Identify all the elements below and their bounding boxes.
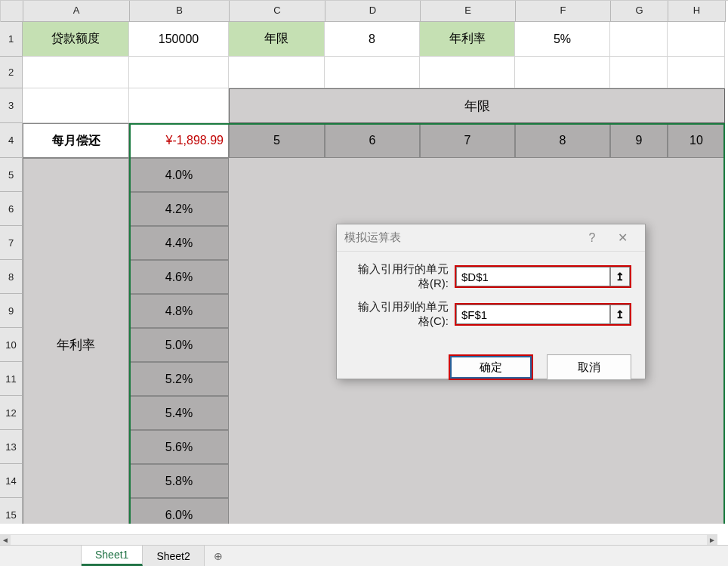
range-select-icon[interactable]: ↥	[610, 267, 630, 286]
scroll-left-icon[interactable]: ◄	[0, 535, 11, 545]
row-2: 2	[0, 57, 728, 88]
dialog-title: 模拟运算表	[344, 230, 577, 245]
cell-B15[interactable]: 6.0%	[129, 498, 229, 524]
close-icon[interactable]: ✕	[607, 227, 637, 249]
cell-B1[interactable]: 150000	[129, 22, 229, 57]
cell-F2[interactable]	[515, 57, 610, 88]
row-head-12[interactable]: 12	[0, 396, 23, 430]
ok-button[interactable]: 确定	[449, 354, 533, 380]
cell-B14[interactable]: 5.8%	[129, 464, 229, 498]
row-head-7[interactable]: 7	[0, 226, 23, 260]
cell-C3-H3-merged[interactable]: 年限	[229, 88, 725, 123]
cell-C4[interactable]: 5	[229, 123, 325, 158]
range-select-icon[interactable]: ↥	[610, 305, 630, 324]
dialog-title-bar[interactable]: 模拟运算表 ? ✕	[337, 224, 645, 252]
add-sheet-icon[interactable]: ⊕	[205, 550, 232, 562]
row-head-9[interactable]: 9	[0, 294, 23, 328]
sheet-tab-bar: Sheet1 Sheet2 ⊕	[0, 545, 728, 566]
cell-B11[interactable]: 5.2%	[129, 362, 229, 396]
row-head-10[interactable]: 10	[0, 328, 23, 362]
cell-D2[interactable]	[325, 57, 420, 88]
cell-A1[interactable]: 贷款额度	[23, 22, 129, 57]
col-input-cell-field[interactable]	[456, 305, 610, 324]
cell-C1[interactable]: 年限	[229, 22, 325, 57]
row-head-4[interactable]: 4	[0, 123, 23, 158]
col-G[interactable]: G	[611, 1, 668, 22]
cell-H2[interactable]	[668, 57, 725, 88]
column-headers: A B C D E F G H	[0, 0, 728, 22]
col-E[interactable]: E	[421, 1, 516, 22]
row-input-cell-field[interactable]	[456, 267, 610, 286]
col-B[interactable]: B	[130, 1, 230, 22]
cell-B10[interactable]: 5.0%	[129, 328, 229, 362]
cell-A2[interactable]	[23, 57, 129, 88]
cell-B7[interactable]: 4.4%	[129, 226, 229, 260]
row-head-8[interactable]: 8	[0, 260, 23, 294]
row-input-label: 输入引用行的单元格(R):	[350, 262, 455, 291]
row-head-15[interactable]: 15	[0, 498, 23, 524]
row-head-2[interactable]: 2	[0, 57, 23, 88]
col-F[interactable]: F	[516, 1, 611, 22]
row-1: 1 贷款额度 150000 年限 8 年利率 5%	[0, 22, 728, 57]
cell-B2[interactable]	[129, 57, 229, 88]
cell-G4[interactable]: 9	[610, 123, 668, 158]
cell-D4[interactable]: 6	[325, 123, 420, 158]
cell-E1[interactable]: 年利率	[420, 22, 515, 57]
cell-E4[interactable]: 7	[420, 123, 515, 158]
row-head-1[interactable]: 1	[0, 22, 23, 57]
horizontal-scrollbar[interactable]: ◄ ►	[0, 534, 717, 545]
row-head-5[interactable]: 5	[0, 158, 23, 192]
cell-G1[interactable]	[610, 22, 668, 57]
cell-F1[interactable]: 5%	[515, 22, 610, 57]
row-head-11[interactable]: 11	[0, 362, 23, 396]
row-head-14[interactable]: 14	[0, 464, 23, 498]
cell-A5-A15-merged[interactable]: 年利率	[23, 158, 129, 524]
tab-sheet1[interactable]: Sheet1	[82, 546, 143, 566]
col-D[interactable]: D	[325, 1, 421, 22]
col-input-label: 输入引用列的单元格(C):	[350, 300, 455, 329]
tab-nav-buttons[interactable]	[0, 546, 82, 566]
row-head-6[interactable]: 6	[0, 192, 23, 226]
cell-A4[interactable]: 每月偿还	[23, 123, 129, 158]
cell-H1[interactable]	[668, 22, 725, 57]
col-C[interactable]: C	[230, 1, 325, 22]
col-A[interactable]: A	[23, 1, 130, 22]
cell-C2[interactable]	[229, 57, 325, 88]
cell-A3[interactable]	[23, 88, 129, 123]
scroll-right-icon[interactable]: ►	[707, 535, 717, 545]
cell-F4[interactable]: 8	[515, 123, 610, 158]
cell-B12[interactable]: 5.4%	[129, 396, 229, 430]
tab-sheet2[interactable]: Sheet2	[143, 546, 204, 566]
cell-B3[interactable]	[129, 88, 229, 123]
cell-B8[interactable]: 4.6%	[129, 260, 229, 294]
row-4: 4 每月偿还 ¥-1,898.99 5 6 7 8 9 10	[0, 123, 728, 158]
cell-G2[interactable]	[610, 57, 668, 88]
data-table-dialog: 模拟运算表 ? ✕ 输入引用行的单元格(R): ↥ 输入引用列的单元格(C): …	[336, 224, 646, 379]
cell-B9[interactable]: 4.8%	[129, 294, 229, 328]
cell-D1[interactable]: 8	[325, 22, 420, 57]
select-all-corner[interactable]	[1, 1, 23, 22]
cancel-button[interactable]: 取消	[547, 354, 631, 380]
cell-B6[interactable]: 4.2%	[129, 192, 229, 226]
row-3: 3 年限	[0, 88, 728, 123]
cell-B4[interactable]: ¥-1,898.99	[129, 123, 229, 158]
cell-E2[interactable]	[420, 57, 515, 88]
row-head-3[interactable]: 3	[0, 88, 23, 123]
cell-B13[interactable]: 5.6%	[129, 430, 229, 464]
help-button[interactable]: ?	[577, 227, 607, 249]
cell-H4[interactable]: 10	[668, 123, 725, 158]
row-head-13[interactable]: 13	[0, 430, 23, 464]
col-H[interactable]: H	[668, 1, 726, 22]
cell-B5[interactable]: 4.0%	[129, 158, 229, 192]
